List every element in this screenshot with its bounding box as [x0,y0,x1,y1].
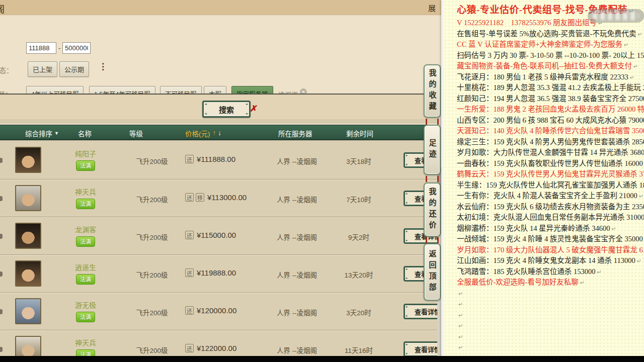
character-name-cell: 逍遥生 法满 [60,262,111,285]
doc-line: 缘定三生：159 克火队 4 阶男人男仙男鬼传世套装通杀 28500↵ [457,137,643,148]
sidebar-tab-back-to-top[interactable]: 返回顶部 [424,243,441,301]
paragraph-mark-icon: ↵ [458,312,463,319]
search-button[interactable]: + + + + 搜索 [202,101,251,118]
character-avatar[interactable] [15,298,41,324]
time-remaining: 7天10时 [336,194,381,204]
price-tags: 还 [185,155,196,163]
tab-tie-decoration [426,237,439,243]
row-edge-mark [0,196,3,201]
price-cell: 还 ¥115000.00 [185,231,236,239]
character-name: 神天兵 [60,337,111,347]
skill-full-badge: 法满 [76,236,95,247]
document-lines: 心猿-专业估价-代卖组号-找号-免费配装↵V 15225921182 13782… [457,3,643,362]
table-row[interactable]: 逍遥生 法满 飞升200级 还 ¥119888.00 人界 --凌烟阁 13天2… [0,254,443,292]
skill-full-badge: 法满 [76,312,95,322]
character-name: 游无极 [60,300,111,310]
server-name: 人界 --凌烟阁 [269,269,325,280]
doc-line: ↵ [457,331,643,342]
status-on-sale-button[interactable]: 已上架 [28,61,57,77]
sort-price-asc-icon[interactable]: ↑ [213,129,216,137]
sort-price-desc-icon[interactable]: ↓ [218,129,221,137]
price-tags: 还 [185,268,196,277]
server-name: 人界 --凌烟阁 [269,194,325,204]
doc-line: ↵ [457,342,643,353]
time-remaining: 13天20时 [336,269,381,280]
more-options-icon[interactable]: ⋮ [99,65,107,68]
corner-mark-icon: + [406,154,408,157]
price-value: ¥122000.00 [197,344,236,352]
col-header-time: 剩余时间 [346,125,373,141]
tab-tie-decoration [426,176,439,182]
paragraph-mark-icon: ↵ [637,31,642,38]
paragraph-mark-icon: ↵ [630,74,634,81]
paragraph-mark-icon: ↵ [639,193,643,200]
col-header-level: 等级 [129,125,143,141]
price-tag-icon: 移 [196,193,204,202]
price-tag-icon: 还 [185,306,194,315]
character-level: 飞升200级 [127,194,177,204]
character-name: 纯阳子 [60,148,111,158]
doc-line: ↵ [457,320,643,331]
paragraph-mark-icon: ↵ [458,323,463,329]
price-value: ¥120000.00 [197,306,236,315]
price-value: ¥119888.00 [197,268,236,277]
price-tag-icon: 还 [185,268,194,277]
character-avatar[interactable] [15,260,41,287]
row-edge-mark [0,234,3,239]
table-row[interactable]: 游无极 法满 飞升200级 还 ¥120000.00 人界 --凌烟阁 3天20… [0,292,443,330]
sidebar-tab-favorites[interactable]: 我的收藏 [424,64,441,118]
doc-line: 水云仙府：159 克火队 6 级功绩去疾水月物资装备为主 23500↵ [457,202,643,213]
time-remaining: 3天18时 [336,156,381,166]
expand-button[interactable]: 展 [428,3,436,13]
corner-mark-icon: + [406,267,408,271]
corner-mark-icon: + [406,277,408,280]
character-name-cell: 龙渊客 法满 [60,224,111,247]
doc-line: 烟柳灞桥：159 克火队 14 星异光秦岭通杀 34600↵ [457,223,643,234]
character-avatar[interactable] [15,185,41,211]
character-level: 飞升200级 [127,156,177,166]
price-max-input[interactable] [62,42,91,54]
character-name: 龙渊客 [60,224,111,234]
doc-line: 一生有你：克火队 4 阶混人装备宝宝齐全上手盈利 21000↵ [457,191,643,202]
doc-line: 一战倾城：159 克火 4 阶睡 4 族灵性鬼装备宝宝齐全 35000↵ [457,234,643,245]
doc-line: 飞花逐月：180 男仙 1 老孩 5 级神兵雷克水程度 22333↵ [457,72,643,83]
server-name: 人界 --凌烟阁 [269,345,325,355]
row-edge-mark [0,158,3,163]
corner-mark-icon: + [406,192,408,196]
sidebar-tab-counteroffers[interactable]: 我的还价 [424,183,441,237]
status-public-period-button[interactable]: 公示期 [59,61,89,77]
price-min-input[interactable] [26,42,56,54]
character-avatar[interactable] [15,147,41,173]
corner-mark-icon: + [406,352,408,355]
server-name: 人界 --凌烟阁 [269,156,325,166]
corner-mark-icon: + [406,343,408,346]
paragraph-mark-icon: ↵ [458,334,463,340]
doc-line: 一曲春秋：159 克火队畜牧职业传世男人传世仙通杀 16000↵ [457,158,643,169]
sort-dropdown[interactable]: 综合排序 ▼ [25,125,59,141]
document-window[interactable]: 心猿-专业估价-代卖组号-找号-免费配装↵V 15225921182 13782… [441,0,644,357]
time-remaining: 3天20时 [336,307,381,317]
paragraph-mark-icon: ↵ [580,280,585,286]
table-row[interactable]: 神天兵 法满 飞升200级 还移 ¥113000.00 人界 --凌烟阁 7天1… [0,179,443,217]
doc-line: 红颜知己：194 男人忽混 36.5 强混 38.9 装备宝宝齐全 27500↵ [457,94,643,105]
table-row[interactable]: 龙渊客 法满 飞升200级 还 ¥115000.00 人界 --凌烟阁 9天2时… [0,217,443,254]
price-tags: 还 [185,231,196,239]
character-name-cell: 纯阳子 法满 [60,148,111,171]
sidebar-tab-footprints[interactable]: 足迹 [424,125,441,175]
price-tag-icon: 还 [185,231,194,239]
doc-line: 太初幻境：克火队混人回血鬼日常任务副本异光通杀 31000↵ [457,212,643,223]
time-remaining: 9天2时 [336,232,381,242]
doc-line: ↵ [457,299,643,310]
row-edge-mark [0,309,3,314]
character-avatar[interactable] [15,223,41,249]
doc-line: 飞鸿踏雪：185 克火队睡杀宫位通杀 153000↵ [457,266,643,278]
table-header: 综合排序 ▼ 名称 等级 价格(元) ↑ ↓ 所在服务器 剩余时间 [0,125,443,140]
table-row[interactable]: 纯阳子 法满 飞升200级 还 ¥111888.00 人界 --凌烟阁 3天18… [0,141,443,179]
character-level: 飞升200级 [127,232,177,242]
corner-mark-icon: + [406,305,408,309]
price-cell: 还 ¥120000.00 [185,306,236,315]
doc-line: 岁月如歌：170 级大力队仙器混人 5 破女魔强牛魔甘霖龙 61000↵ [457,245,643,256]
paragraph-mark-icon: ↵ [597,269,602,276]
paragraph-mark-icon: ↵ [633,63,638,70]
server-name: 人界 --凌烟阁 [269,307,325,317]
